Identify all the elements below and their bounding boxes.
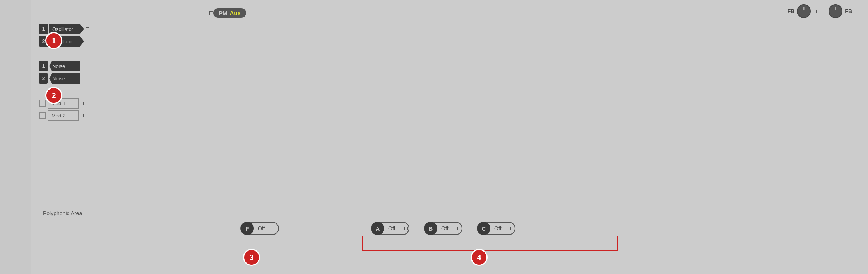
f-pill-right-connector [274,227,277,230]
pm-label: PM [219,10,228,16]
annotation-1: 1 [45,32,62,49]
a-pill[interactable]: A Off [371,222,409,235]
noise-1-label[interactable]: Noise [49,61,80,71]
noise-1-connector [82,65,85,68]
c-pill-letter: C [477,222,490,235]
mod-group: Mod 1 Mod 2 [39,98,89,121]
mod-1-connector [80,102,84,105]
fb-right-connector-left [823,10,826,13]
f-pill-letter: F [241,222,254,235]
b-pill-letter: B [424,222,437,235]
b-pill-value: Off [437,225,457,231]
noise-2-connector [82,77,85,80]
polyphonic-area-label: Polyphonic Area [43,210,82,216]
a-pill-value: Off [384,225,404,231]
fb-area: FB FB [788,4,852,18]
noise-2-block: 2 Noise [39,73,89,84]
fb-left-label: FB [788,8,795,14]
a-pill-letter: A [371,222,384,235]
c-pill-right-connector [510,227,514,230]
mod-2-block: Mod 2 [39,110,89,121]
noise-2-label[interactable]: Noise [49,73,80,84]
b-pill-block: B Off [417,222,462,235]
noise-group: 1 Noise 2 Noise [39,61,89,84]
oscillator-1-num: 1 [39,24,48,34]
abc-group: A Off B Off C Off [364,222,515,235]
noise-2-num: 2 [39,73,48,84]
annotation-2: 2 [45,87,62,104]
aux-label: Aux [230,10,241,16]
fb-left-knob[interactable] [797,4,811,18]
pm-aux-left-connector [209,11,213,15]
annotation-3: 3 [243,249,260,266]
mod-2-checkbox[interactable] [39,112,46,119]
fb-right-group: FB [823,4,852,18]
b-pill-left-connector [418,227,421,230]
mod-2-connector [80,114,84,117]
c-pill-value: Off [490,225,510,231]
pm-aux-badge[interactable]: PM Aux [209,8,246,18]
fb-left-group: FB [788,4,817,18]
a-pill-left-connector [365,227,368,230]
annotation-4: 4 [471,249,488,266]
red-bracket-4 [362,236,618,251]
c-pill[interactable]: C Off [477,222,515,235]
f-pill-shape[interactable]: F Off [240,222,279,235]
oscillator-2-connector [86,40,89,43]
fb-left-connector [813,10,817,13]
mod-1-checkbox[interactable] [39,100,46,107]
fb-right-knob[interactable] [829,4,842,18]
b-pill[interactable]: B Off [424,222,462,235]
a-pill-block: A Off [364,222,409,235]
c-pill-left-connector [471,227,474,230]
oscillator-1-connector [86,27,89,31]
oscillator-1-block: 1 Oscillator [39,24,89,34]
a-pill-right-connector [404,227,408,230]
c-pill-block: C Off [470,222,515,235]
main-area: PM Aux FB FB 1 Oscillator [31,0,868,274]
noise-1-block: 1 Noise [39,61,89,71]
f-vertical-line [255,235,255,251]
f-pill-value: Off [254,225,273,231]
mod-2-label[interactable]: Mod 2 [48,110,79,121]
noise-1-num: 1 [39,61,48,71]
b-pill-right-connector [457,227,461,230]
fb-right-label: FB [845,8,852,14]
f-pill[interactable]: F Off [240,222,279,235]
pm-aux-shape: PM Aux [213,8,246,18]
